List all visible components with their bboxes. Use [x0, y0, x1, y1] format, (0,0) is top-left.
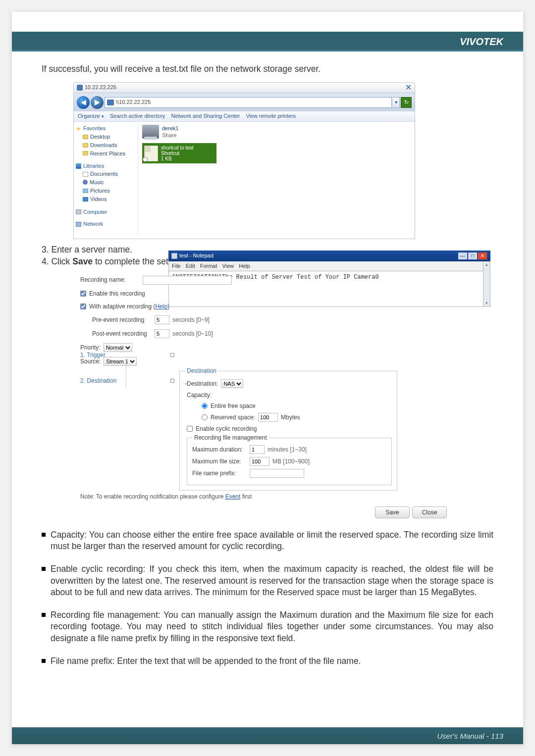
recording-name-input[interactable]: [143, 276, 232, 285]
videos-icon: [83, 197, 88, 202]
destination-label: Destination:: [187, 380, 218, 388]
capacity-entire-label: Entire free space: [211, 402, 256, 410]
max-duration-hint: minutes [1~30]: [268, 446, 307, 454]
recording-settings-form: Recording name: Enable this recording Wi…: [80, 276, 437, 501]
refresh-button[interactable]: ↻: [401, 97, 412, 108]
recording-name-label: Recording name:: [80, 276, 140, 284]
scrollbar[interactable]: ▴▾: [483, 261, 490, 306]
share-tile[interactable]: derek1 Share: [142, 125, 411, 140]
filename-prefix-input[interactable]: [250, 469, 304, 478]
wizard-destination[interactable]: 2. Destination: [80, 377, 116, 385]
notepad-menubar: File Edit Format View Help: [168, 261, 490, 271]
address-dropdown-icon[interactable]: ▾: [393, 97, 400, 108]
post-event-hint: seconds [0~10]: [172, 330, 213, 338]
nav-back-button[interactable]: ◀: [77, 96, 90, 109]
nav-network[interactable]: Network: [83, 220, 103, 228]
menu-help[interactable]: Help: [239, 262, 250, 270]
enable-recording-checkbox[interactable]: [80, 291, 86, 297]
libraries-icon: [76, 163, 81, 169]
shortcut-name: shortcut to test: [161, 145, 194, 151]
network-icon: [77, 85, 83, 91]
capacity-entire-radio[interactable]: [202, 403, 208, 409]
menu-file[interactable]: File: [172, 262, 181, 270]
dot-icon: [170, 353, 174, 357]
max-duration-input[interactable]: [250, 445, 265, 454]
nav-documents[interactable]: Documents: [90, 170, 118, 178]
share-icon: [142, 125, 159, 139]
notepad-icon: [171, 253, 177, 259]
explorer-title: 10.22.22.225: [85, 84, 116, 91]
capacity-reserved-label: Reserved space:: [211, 413, 255, 421]
pre-event-input[interactable]: [155, 315, 169, 324]
music-icon: [83, 180, 88, 185]
search-active-directory[interactable]: Search active directory: [110, 112, 165, 120]
share-caption: Share: [162, 132, 179, 139]
destination-select[interactable]: NAS: [221, 379, 243, 388]
folder-icon: [83, 135, 88, 139]
post-event-input[interactable]: [155, 329, 169, 338]
shortcut-size: 1 KB: [161, 156, 194, 161]
wizard-trigger[interactable]: 1. Trigger: [80, 351, 106, 359]
close-button[interactable]: ✕: [478, 252, 487, 260]
capacity-reserved-input[interactable]: [258, 413, 278, 422]
nav-pictures[interactable]: Pictures: [90, 187, 110, 195]
enable-recording-label: Enable this recording: [89, 290, 145, 298]
star-icon: ★: [76, 125, 81, 133]
bullet-cyclic: Enable cyclic recording: If you check th…: [42, 563, 493, 599]
menu-view[interactable]: View: [222, 262, 234, 270]
nav-forward-button[interactable]: ▶: [91, 96, 104, 109]
bullet-capacity: Capacity: You can choose either the enti…: [42, 529, 493, 553]
max-filesize-input[interactable]: [250, 457, 269, 466]
view-remote-printers[interactable]: View remote printers: [246, 112, 296, 120]
documents-icon: [83, 172, 88, 177]
minimize-button[interactable]: —: [458, 252, 468, 260]
nav-downloads[interactable]: Downloads: [90, 142, 117, 149]
nav-desktop[interactable]: Desktop: [90, 133, 110, 141]
save-button[interactable]: Save: [375, 506, 410, 518]
folder-icon: [83, 151, 88, 155]
nav-favorites[interactable]: Favorites: [83, 125, 106, 132]
capacity-reserved-radio[interactable]: [202, 414, 208, 420]
adaptive-recording-label: With adaptive recording (Help): [89, 302, 169, 310]
address-text: \\10.22.22.225: [116, 99, 151, 106]
notepad-title: test - Notepad: [179, 252, 214, 259]
nav-recent[interactable]: Recent Places: [90, 150, 125, 157]
network-icon: [76, 222, 81, 227]
menu-edit[interactable]: Edit: [186, 262, 195, 270]
close-button[interactable]: Close: [412, 506, 447, 518]
destination-legend: Destination: [185, 367, 218, 375]
maximize-button[interactable]: □: [468, 252, 478, 260]
file-mgmt-legend: Recording file management: [192, 434, 269, 442]
shortcut-tile[interactable]: shortcut to test Shortcut 1 KB: [142, 143, 216, 163]
content-pane: derek1 Share shortcut to test Shortcut 1…: [138, 122, 415, 236]
address-bar[interactable]: \\10.22.22.225: [105, 97, 392, 108]
menu-format[interactable]: Format: [200, 262, 217, 270]
help-link[interactable]: Help: [155, 303, 167, 310]
event-link[interactable]: Event: [225, 493, 241, 500]
computer-icon: [76, 209, 81, 214]
close-icon[interactable]: ✕: [405, 85, 412, 91]
pre-event-hint: seconds [0~9]: [172, 316, 210, 324]
capacity-unit: Mbytes: [281, 413, 300, 421]
max-duration-label: Maximum duration:: [192, 446, 247, 454]
network-sharing-center[interactable]: Network and Sharing Center: [171, 112, 240, 120]
nav-libraries[interactable]: Libraries: [83, 162, 104, 170]
nav-computer[interactable]: Computer: [83, 208, 107, 216]
pictures-icon: [83, 189, 88, 193]
explorer-window: 10.22.22.225 ✕ ◀ ▶ \\10.22.22.225 ▾ ↻ Or…: [73, 82, 415, 240]
adaptive-recording-checkbox[interactable]: [80, 303, 86, 309]
organize-menu[interactable]: Organize ▾: [78, 112, 104, 120]
share-name: derek1: [162, 125, 179, 132]
bullet-prefix: File name prefix: Enter the text that wi…: [42, 655, 493, 667]
intro-text: If successful, you will receive a test.t…: [42, 63, 493, 75]
nav-music[interactable]: Music: [90, 179, 104, 186]
pre-event-label: Pre-event recording: [92, 316, 152, 324]
nav-videos[interactable]: Videos: [90, 196, 107, 203]
brand-header: VIVOTEK: [12, 32, 523, 51]
wizard-steps: 1. Trigger 2. Destination ➝: [80, 351, 174, 403]
capacity-label: Capacity:: [187, 391, 212, 399]
chevron-down-icon: ▾: [102, 114, 104, 119]
filename-prefix-label: File name prefix:: [192, 469, 247, 477]
cyclic-checkbox[interactable]: [187, 426, 193, 432]
file-mgmt-fieldset: Recording file management Maximum durati…: [187, 438, 392, 485]
